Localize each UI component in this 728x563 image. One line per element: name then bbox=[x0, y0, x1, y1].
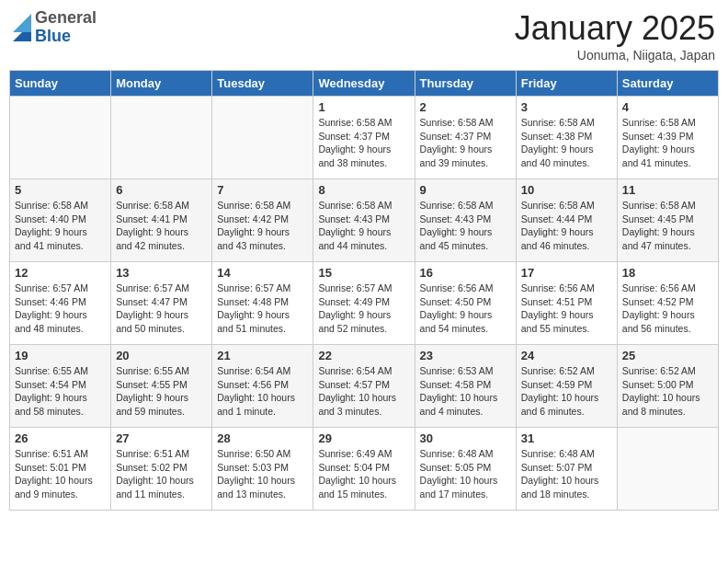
day-info: Sunrise: 6:56 AM Sunset: 4:50 PM Dayligh… bbox=[420, 282, 511, 336]
day-number: 20 bbox=[116, 349, 207, 362]
day-cell: 9Sunrise: 6:58 AM Sunset: 4:43 PM Daylig… bbox=[415, 179, 516, 262]
logo-blue: Blue bbox=[35, 28, 97, 46]
day-number: 11 bbox=[622, 183, 713, 197]
week-row-4: 26Sunrise: 6:51 AM Sunset: 5:01 PM Dayli… bbox=[10, 428, 719, 511]
day-cell: 1Sunrise: 6:58 AM Sunset: 4:37 PM Daylig… bbox=[313, 97, 415, 179]
day-number: 3 bbox=[521, 100, 612, 114]
day-cell: 29Sunrise: 6:49 AM Sunset: 5:04 PM Dayli… bbox=[313, 428, 415, 511]
day-number: 9 bbox=[420, 183, 511, 197]
week-row-3: 19Sunrise: 6:55 AM Sunset: 4:54 PM Dayli… bbox=[10, 345, 719, 428]
day-info: Sunrise: 6:52 AM Sunset: 5:00 PM Dayligh… bbox=[622, 364, 713, 419]
weekday-header-sunday: Sunday bbox=[10, 71, 111, 97]
day-cell: 13Sunrise: 6:57 AM Sunset: 4:47 PM Dayli… bbox=[111, 262, 212, 345]
day-info: Sunrise: 6:58 AM Sunset: 4:43 PM Dayligh… bbox=[318, 199, 409, 253]
day-number: 18 bbox=[622, 266, 713, 280]
day-number: 12 bbox=[15, 266, 106, 280]
day-number: 4 bbox=[622, 100, 713, 114]
day-info: Sunrise: 6:56 AM Sunset: 4:52 PM Dayligh… bbox=[622, 282, 713, 336]
day-cell bbox=[111, 97, 212, 179]
day-info: Sunrise: 6:55 AM Sunset: 4:55 PM Dayligh… bbox=[116, 364, 207, 419]
weekday-header-thursday: Thursday bbox=[415, 71, 516, 97]
day-info: Sunrise: 6:54 AM Sunset: 4:56 PM Dayligh… bbox=[217, 364, 308, 419]
day-cell bbox=[10, 97, 111, 179]
week-row-1: 5Sunrise: 6:58 AM Sunset: 4:40 PM Daylig… bbox=[10, 179, 719, 262]
day-info: Sunrise: 6:58 AM Sunset: 4:39 PM Dayligh… bbox=[622, 116, 713, 170]
logo-general: General bbox=[35, 9, 97, 28]
calendar-table: SundayMondayTuesdayWednesdayThursdayFrid… bbox=[9, 70, 719, 511]
day-cell: 25Sunrise: 6:52 AM Sunset: 5:00 PM Dayli… bbox=[617, 345, 718, 428]
day-cell: 20Sunrise: 6:55 AM Sunset: 4:55 PM Dayli… bbox=[111, 345, 212, 428]
day-info: Sunrise: 6:58 AM Sunset: 4:44 PM Dayligh… bbox=[521, 199, 612, 253]
weekday-header-monday: Monday bbox=[111, 71, 212, 97]
logo: General Blue bbox=[13, 9, 97, 46]
day-cell: 28Sunrise: 6:50 AM Sunset: 5:03 PM Dayli… bbox=[212, 428, 313, 511]
day-cell: 27Sunrise: 6:51 AM Sunset: 5:02 PM Dayli… bbox=[111, 428, 212, 511]
day-number: 2 bbox=[420, 100, 511, 114]
day-number: 17 bbox=[521, 266, 612, 280]
day-number: 21 bbox=[217, 349, 308, 362]
day-number: 5 bbox=[15, 183, 106, 197]
day-cell: 5Sunrise: 6:58 AM Sunset: 4:40 PM Daylig… bbox=[10, 179, 111, 262]
day-info: Sunrise: 6:58 AM Sunset: 4:42 PM Dayligh… bbox=[217, 199, 308, 253]
calendar-title: January 2025 bbox=[515, 9, 715, 48]
day-cell: 24Sunrise: 6:52 AM Sunset: 4:59 PM Dayli… bbox=[516, 345, 617, 428]
day-info: Sunrise: 6:48 AM Sunset: 5:05 PM Dayligh… bbox=[420, 447, 511, 501]
day-cell: 19Sunrise: 6:55 AM Sunset: 4:54 PM Dayli… bbox=[10, 345, 111, 428]
weekday-header-wednesday: Wednesday bbox=[313, 71, 415, 97]
day-cell: 17Sunrise: 6:56 AM Sunset: 4:51 PM Dayli… bbox=[516, 262, 617, 345]
day-info: Sunrise: 6:49 AM Sunset: 5:04 PM Dayligh… bbox=[318, 447, 409, 501]
day-cell: 30Sunrise: 6:48 AM Sunset: 5:05 PM Dayli… bbox=[415, 428, 516, 511]
day-info: Sunrise: 6:50 AM Sunset: 5:03 PM Dayligh… bbox=[217, 447, 308, 501]
day-number: 24 bbox=[521, 349, 612, 362]
weekday-header-tuesday: Tuesday bbox=[212, 71, 313, 97]
day-number: 8 bbox=[318, 183, 409, 197]
day-number: 28 bbox=[217, 431, 308, 445]
day-number: 27 bbox=[116, 431, 207, 445]
day-cell: 16Sunrise: 6:56 AM Sunset: 4:50 PM Dayli… bbox=[415, 262, 516, 345]
day-cell: 11Sunrise: 6:58 AM Sunset: 4:45 PM Dayli… bbox=[617, 179, 718, 262]
day-info: Sunrise: 6:51 AM Sunset: 5:02 PM Dayligh… bbox=[116, 447, 207, 501]
day-number: 25 bbox=[622, 349, 713, 362]
day-number: 29 bbox=[318, 431, 409, 445]
day-info: Sunrise: 6:58 AM Sunset: 4:38 PM Dayligh… bbox=[521, 116, 612, 170]
day-info: Sunrise: 6:57 AM Sunset: 4:48 PM Dayligh… bbox=[217, 282, 308, 336]
day-info: Sunrise: 6:57 AM Sunset: 4:46 PM Dayligh… bbox=[15, 282, 106, 336]
day-info: Sunrise: 6:58 AM Sunset: 4:41 PM Dayligh… bbox=[116, 199, 207, 253]
day-cell: 22Sunrise: 6:54 AM Sunset: 4:57 PM Dayli… bbox=[313, 345, 415, 428]
day-number: 16 bbox=[420, 266, 511, 280]
day-cell: 21Sunrise: 6:54 AM Sunset: 4:56 PM Dayli… bbox=[212, 345, 313, 428]
day-cell: 12Sunrise: 6:57 AM Sunset: 4:46 PM Dayli… bbox=[10, 262, 111, 345]
day-cell: 4Sunrise: 6:58 AM Sunset: 4:39 PM Daylig… bbox=[617, 97, 718, 179]
day-number: 10 bbox=[521, 183, 612, 197]
day-cell: 26Sunrise: 6:51 AM Sunset: 5:01 PM Dayli… bbox=[10, 428, 111, 511]
day-cell: 10Sunrise: 6:58 AM Sunset: 4:44 PM Dayli… bbox=[516, 179, 617, 262]
svg-marker-1 bbox=[13, 14, 31, 32]
day-info: Sunrise: 6:58 AM Sunset: 4:43 PM Dayligh… bbox=[420, 199, 511, 253]
day-info: Sunrise: 6:48 AM Sunset: 5:07 PM Dayligh… bbox=[521, 447, 612, 501]
day-number: 14 bbox=[217, 266, 308, 280]
day-number: 13 bbox=[116, 266, 207, 280]
day-info: Sunrise: 6:58 AM Sunset: 4:40 PM Dayligh… bbox=[15, 199, 106, 253]
day-cell: 8Sunrise: 6:58 AM Sunset: 4:43 PM Daylig… bbox=[313, 179, 415, 262]
logo-text: General Blue bbox=[35, 9, 97, 46]
day-number: 15 bbox=[318, 266, 409, 280]
day-number: 19 bbox=[15, 349, 106, 362]
weekday-header-row: SundayMondayTuesdayWednesdayThursdayFrid… bbox=[10, 71, 719, 97]
day-number: 6 bbox=[116, 183, 207, 197]
day-cell: 6Sunrise: 6:58 AM Sunset: 4:41 PM Daylig… bbox=[111, 179, 212, 262]
day-number: 30 bbox=[420, 431, 511, 445]
day-cell: 3Sunrise: 6:58 AM Sunset: 4:38 PM Daylig… bbox=[516, 97, 617, 179]
weekday-header-saturday: Saturday bbox=[617, 71, 718, 97]
day-info: Sunrise: 6:56 AM Sunset: 4:51 PM Dayligh… bbox=[521, 282, 612, 336]
day-info: Sunrise: 6:58 AM Sunset: 4:37 PM Dayligh… bbox=[420, 116, 511, 170]
calendar-subtitle: Uonuma, Niigata, Japan bbox=[515, 48, 715, 63]
day-cell: 14Sunrise: 6:57 AM Sunset: 4:48 PM Dayli… bbox=[212, 262, 313, 345]
day-info: Sunrise: 6:51 AM Sunset: 5:01 PM Dayligh… bbox=[15, 447, 106, 501]
title-block: January 2025 Uonuma, Niigata, Japan bbox=[515, 9, 715, 63]
day-cell: 23Sunrise: 6:53 AM Sunset: 4:58 PM Dayli… bbox=[415, 345, 516, 428]
weekday-header-friday: Friday bbox=[516, 71, 617, 97]
day-info: Sunrise: 6:55 AM Sunset: 4:54 PM Dayligh… bbox=[15, 364, 106, 419]
day-info: Sunrise: 6:58 AM Sunset: 4:45 PM Dayligh… bbox=[622, 199, 713, 253]
page-header: General Blue January 2025 Uonuma, Niigat… bbox=[9, 9, 719, 63]
day-info: Sunrise: 6:57 AM Sunset: 4:49 PM Dayligh… bbox=[318, 282, 409, 336]
